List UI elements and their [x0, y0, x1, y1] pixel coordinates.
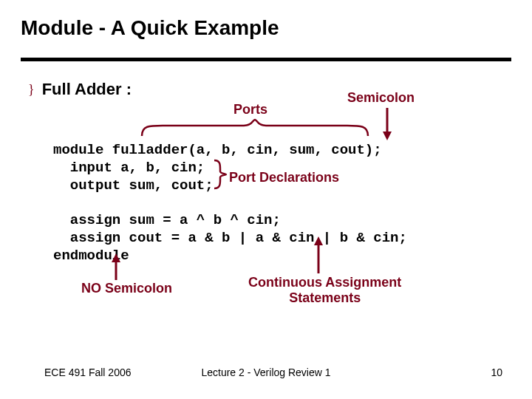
arrow-up-icon	[313, 236, 324, 273]
annotation-port-declarations: Port Declarations	[229, 170, 339, 185]
code-block: module fulladder(a, b, cin, sum, cout); …	[53, 142, 407, 265]
slide: Module - A Quick Example } Full Adder : …	[0, 0, 532, 399]
brace-port-declarations	[213, 159, 228, 190]
annotation-no-semicolon: NO Semicolon	[81, 281, 172, 296]
brace-ports	[140, 118, 369, 137]
annotation-ports: Ports	[233, 102, 267, 117]
slide-title: Module - A Quick Example	[21, 16, 279, 40]
bullet-text: Full Adder :	[42, 80, 132, 99]
footer-center: Lecture 2 - Verilog Review 1	[0, 366, 532, 378]
footer-right: 10	[491, 366, 502, 378]
arrow-down-icon	[382, 108, 392, 140]
bullet-icon: }	[28, 82, 35, 98]
svg-marker-1	[383, 132, 392, 140]
bullet-row: } Full Adder :	[28, 80, 132, 99]
arrow-up-icon	[111, 253, 121, 280]
annotation-continuous-assignment: Continuous AssignmentStatements	[248, 275, 401, 305]
title-underline	[21, 58, 511, 61]
annotation-semicolon: Semicolon	[347, 90, 415, 106]
